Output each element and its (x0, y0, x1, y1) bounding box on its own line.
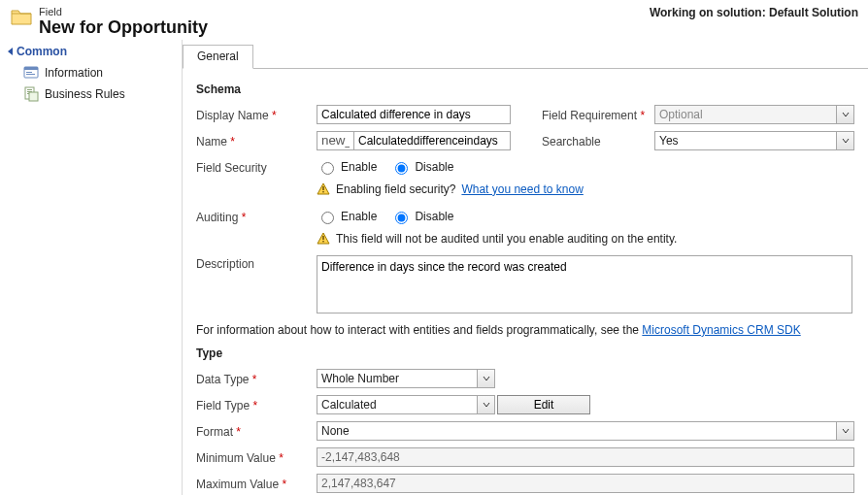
crm-sdk-link[interactable]: Microsoft Dynamics CRM SDK (642, 323, 800, 337)
entity-folder-icon (10, 6, 33, 27)
name-input[interactable] (353, 131, 511, 150)
rules-icon (23, 86, 39, 102)
label-min-value: Minimum Value (196, 449, 317, 465)
label-field-type: Field Type (196, 397, 317, 412)
field-security-learn-link[interactable]: What you need to know (461, 182, 583, 196)
auditing-info: This field will not be audited until you… (196, 232, 854, 246)
chevron-down-icon (477, 370, 494, 387)
nav-section-common[interactable]: Common (6, 42, 176, 62)
label-data-type: Data Type (196, 371, 317, 386)
svg-rect-11 (322, 236, 323, 240)
field-security-radio-group: Enable Disable (317, 159, 453, 175)
info-card-icon (23, 65, 39, 81)
label-name: Name (196, 133, 317, 148)
label-max-value: Maximum Value (196, 476, 317, 491)
field-requirement-select[interactable]: Optional (654, 105, 854, 124)
searchable-select[interactable]: Yes (654, 131, 854, 150)
section-schema-heading: Schema (196, 82, 854, 96)
svg-rect-5 (27, 89, 32, 90)
nav-item-label: Business Rules (45, 87, 125, 101)
field-security-enable-option[interactable]: Enable (317, 159, 377, 175)
svg-rect-2 (26, 72, 32, 73)
min-value-input (317, 447, 854, 467)
label-format: Format (196, 423, 317, 439)
label-searchable: Searchable (542, 133, 654, 148)
label-auditing: Auditing (196, 209, 317, 224)
label-field-security: Field Security (196, 159, 317, 175)
description-textarea[interactable] (317, 255, 852, 314)
section-type-heading: Type (196, 346, 854, 360)
svg-rect-12 (322, 241, 323, 242)
nav-item-information[interactable]: Information (6, 62, 176, 83)
edit-calculation-button[interactable]: Edit (497, 395, 590, 414)
nav-item-label: Information (45, 66, 103, 80)
label-display-name: Display Name (196, 107, 317, 122)
data-type-select[interactable]: Whole Number (317, 369, 495, 388)
page-title: New for Opportunity (39, 18, 208, 38)
svg-rect-10 (322, 191, 323, 192)
chevron-down-icon (836, 106, 853, 123)
max-value-input (317, 474, 854, 493)
nav-item-business-rules[interactable]: Business Rules (6, 83, 176, 105)
display-name-input[interactable] (317, 105, 511, 124)
entity-type-label: Field (39, 6, 208, 17)
field-type-select[interactable]: Calculated (317, 395, 495, 414)
chevron-down-icon (477, 396, 494, 413)
chevron-down-icon (836, 132, 853, 149)
sdk-helper-text: For information about how to interact wi… (196, 323, 854, 337)
warning-icon (317, 182, 330, 196)
label-description: Description (196, 255, 317, 271)
solution-context: Working on solution: Default Solution (650, 6, 858, 19)
auditing-enable-option[interactable]: Enable (317, 209, 377, 224)
field-security-info: Enabling field security? What you need t… (196, 182, 854, 196)
format-select[interactable]: None (317, 421, 854, 441)
label-field-requirement: Field Requirement (542, 107, 654, 122)
tab-strip: General (183, 44, 868, 69)
auditing-radio-group: Enable Disable (317, 209, 453, 224)
left-nav: Common Information Business Rules (0, 40, 183, 495)
chevron-down-icon (836, 422, 853, 440)
svg-rect-1 (24, 67, 38, 70)
svg-rect-3 (26, 74, 35, 75)
name-prefix-input[interactable] (317, 131, 353, 150)
auditing-disable-option[interactable]: Disable (390, 209, 453, 224)
tab-general[interactable]: General (183, 45, 253, 69)
warning-icon (317, 232, 330, 246)
collapse-caret-icon (8, 48, 13, 55)
svg-rect-9 (322, 186, 323, 190)
field-security-disable-option[interactable]: Disable (390, 159, 453, 175)
svg-rect-8 (29, 92, 38, 101)
